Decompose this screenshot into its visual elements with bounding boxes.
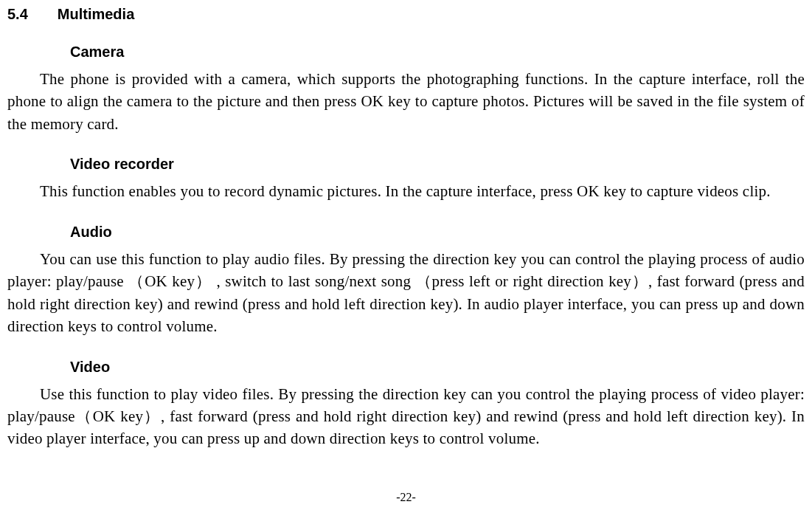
section-header: 5.4 Multimedia	[7, 6, 805, 23]
subheading-video: Video	[70, 359, 805, 376]
document-page: 5.4 Multimedia Camera The phone is provi…	[0, 6, 812, 450]
paragraph-video-recorder: This function enables you to record dyna…	[7, 180, 805, 202]
page-number: -22-	[396, 491, 416, 504]
subheading-camera: Camera	[70, 44, 805, 61]
paragraph-camera: The phone is provided with a camera, whi…	[7, 68, 805, 135]
section-number: 5.4	[7, 6, 28, 23]
paragraph-video: Use this function to play video files. B…	[7, 383, 805, 450]
subheading-video-recorder: Video recorder	[70, 156, 805, 173]
subheading-audio: Audio	[70, 224, 805, 241]
section-title: Multimedia	[58, 6, 134, 23]
paragraph-audio: You can use this function to play audio …	[7, 248, 805, 338]
